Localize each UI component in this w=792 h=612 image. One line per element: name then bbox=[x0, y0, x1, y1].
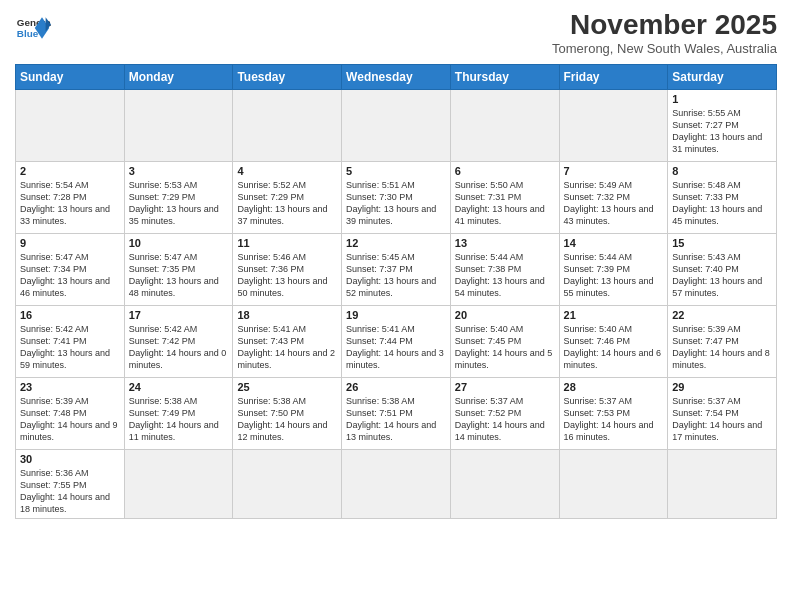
calendar-cell: 1Sunrise: 5:55 AM Sunset: 7:27 PM Daylig… bbox=[668, 89, 777, 161]
day-number: 19 bbox=[346, 309, 446, 321]
calendar-cell bbox=[16, 89, 125, 161]
day-number: 4 bbox=[237, 165, 337, 177]
weekday-header-saturday: Saturday bbox=[668, 64, 777, 89]
day-number: 29 bbox=[672, 381, 772, 393]
day-number: 2 bbox=[20, 165, 120, 177]
day-number: 15 bbox=[672, 237, 772, 249]
day-number: 12 bbox=[346, 237, 446, 249]
svg-text:Blue: Blue bbox=[17, 28, 39, 39]
day-number: 23 bbox=[20, 381, 120, 393]
weekday-header-wednesday: Wednesday bbox=[342, 64, 451, 89]
weekday-header-friday: Friday bbox=[559, 64, 668, 89]
weekday-header-tuesday: Tuesday bbox=[233, 64, 342, 89]
calendar-cell: 7Sunrise: 5:49 AM Sunset: 7:32 PM Daylig… bbox=[559, 161, 668, 233]
day-info: Sunrise: 5:41 AM Sunset: 7:43 PM Dayligh… bbox=[237, 323, 337, 372]
calendar-cell: 3Sunrise: 5:53 AM Sunset: 7:29 PM Daylig… bbox=[124, 161, 233, 233]
day-info: Sunrise: 5:43 AM Sunset: 7:40 PM Dayligh… bbox=[672, 251, 772, 300]
calendar-week-row: 23Sunrise: 5:39 AM Sunset: 7:48 PM Dayli… bbox=[16, 377, 777, 449]
calendar-cell: 23Sunrise: 5:39 AM Sunset: 7:48 PM Dayli… bbox=[16, 377, 125, 449]
calendar-cell: 18Sunrise: 5:41 AM Sunset: 7:43 PM Dayli… bbox=[233, 305, 342, 377]
calendar-cell: 12Sunrise: 5:45 AM Sunset: 7:37 PM Dayli… bbox=[342, 233, 451, 305]
calendar-cell bbox=[342, 89, 451, 161]
day-info: Sunrise: 5:47 AM Sunset: 7:34 PM Dayligh… bbox=[20, 251, 120, 300]
day-info: Sunrise: 5:46 AM Sunset: 7:36 PM Dayligh… bbox=[237, 251, 337, 300]
calendar-week-row: 9Sunrise: 5:47 AM Sunset: 7:34 PM Daylig… bbox=[16, 233, 777, 305]
calendar-cell bbox=[124, 89, 233, 161]
day-number: 8 bbox=[672, 165, 772, 177]
day-info: Sunrise: 5:44 AM Sunset: 7:39 PM Dayligh… bbox=[564, 251, 664, 300]
calendar-cell: 15Sunrise: 5:43 AM Sunset: 7:40 PM Dayli… bbox=[668, 233, 777, 305]
day-number: 17 bbox=[129, 309, 229, 321]
calendar-week-row: 2Sunrise: 5:54 AM Sunset: 7:28 PM Daylig… bbox=[16, 161, 777, 233]
day-number: 26 bbox=[346, 381, 446, 393]
day-info: Sunrise: 5:37 AM Sunset: 7:54 PM Dayligh… bbox=[672, 395, 772, 444]
calendar-cell: 30Sunrise: 5:36 AM Sunset: 7:55 PM Dayli… bbox=[16, 449, 125, 519]
month-title: November 2025 bbox=[552, 10, 777, 41]
calendar-week-row: 16Sunrise: 5:42 AM Sunset: 7:41 PM Dayli… bbox=[16, 305, 777, 377]
day-info: Sunrise: 5:40 AM Sunset: 7:46 PM Dayligh… bbox=[564, 323, 664, 372]
calendar-cell bbox=[233, 89, 342, 161]
day-number: 5 bbox=[346, 165, 446, 177]
day-info: Sunrise: 5:45 AM Sunset: 7:37 PM Dayligh… bbox=[346, 251, 446, 300]
calendar-cell: 25Sunrise: 5:38 AM Sunset: 7:50 PM Dayli… bbox=[233, 377, 342, 449]
calendar-cell: 14Sunrise: 5:44 AM Sunset: 7:39 PM Dayli… bbox=[559, 233, 668, 305]
day-number: 25 bbox=[237, 381, 337, 393]
day-info: Sunrise: 5:51 AM Sunset: 7:30 PM Dayligh… bbox=[346, 179, 446, 228]
calendar-cell: 4Sunrise: 5:52 AM Sunset: 7:29 PM Daylig… bbox=[233, 161, 342, 233]
logo-icon: General Blue bbox=[15, 10, 51, 46]
day-info: Sunrise: 5:53 AM Sunset: 7:29 PM Dayligh… bbox=[129, 179, 229, 228]
day-info: Sunrise: 5:52 AM Sunset: 7:29 PM Dayligh… bbox=[237, 179, 337, 228]
day-info: Sunrise: 5:39 AM Sunset: 7:48 PM Dayligh… bbox=[20, 395, 120, 444]
day-info: Sunrise: 5:38 AM Sunset: 7:49 PM Dayligh… bbox=[129, 395, 229, 444]
day-number: 28 bbox=[564, 381, 664, 393]
title-block: November 2025 Tomerong, New South Wales,… bbox=[552, 10, 777, 56]
calendar-cell: 22Sunrise: 5:39 AM Sunset: 7:47 PM Dayli… bbox=[668, 305, 777, 377]
calendar-cell: 9Sunrise: 5:47 AM Sunset: 7:34 PM Daylig… bbox=[16, 233, 125, 305]
day-info: Sunrise: 5:48 AM Sunset: 7:33 PM Dayligh… bbox=[672, 179, 772, 228]
day-info: Sunrise: 5:41 AM Sunset: 7:44 PM Dayligh… bbox=[346, 323, 446, 372]
day-number: 3 bbox=[129, 165, 229, 177]
day-number: 11 bbox=[237, 237, 337, 249]
day-number: 10 bbox=[129, 237, 229, 249]
calendar-cell: 10Sunrise: 5:47 AM Sunset: 7:35 PM Dayli… bbox=[124, 233, 233, 305]
calendar-cell: 13Sunrise: 5:44 AM Sunset: 7:38 PM Dayli… bbox=[450, 233, 559, 305]
day-info: Sunrise: 5:37 AM Sunset: 7:52 PM Dayligh… bbox=[455, 395, 555, 444]
logo: General Blue bbox=[15, 10, 51, 46]
day-number: 30 bbox=[20, 453, 120, 465]
calendar-cell bbox=[559, 89, 668, 161]
day-info: Sunrise: 5:50 AM Sunset: 7:31 PM Dayligh… bbox=[455, 179, 555, 228]
calendar-header-row: SundayMondayTuesdayWednesdayThursdayFrid… bbox=[16, 64, 777, 89]
day-number: 9 bbox=[20, 237, 120, 249]
calendar-cell: 5Sunrise: 5:51 AM Sunset: 7:30 PM Daylig… bbox=[342, 161, 451, 233]
calendar-cell: 28Sunrise: 5:37 AM Sunset: 7:53 PM Dayli… bbox=[559, 377, 668, 449]
weekday-header-sunday: Sunday bbox=[16, 64, 125, 89]
calendar: SundayMondayTuesdayWednesdayThursdayFrid… bbox=[15, 64, 777, 520]
subtitle: Tomerong, New South Wales, Australia bbox=[552, 41, 777, 56]
day-info: Sunrise: 5:55 AM Sunset: 7:27 PM Dayligh… bbox=[672, 107, 772, 156]
day-info: Sunrise: 5:44 AM Sunset: 7:38 PM Dayligh… bbox=[455, 251, 555, 300]
day-number: 20 bbox=[455, 309, 555, 321]
day-info: Sunrise: 5:49 AM Sunset: 7:32 PM Dayligh… bbox=[564, 179, 664, 228]
calendar-cell bbox=[668, 449, 777, 519]
day-info: Sunrise: 5:39 AM Sunset: 7:47 PM Dayligh… bbox=[672, 323, 772, 372]
calendar-cell bbox=[559, 449, 668, 519]
day-info: Sunrise: 5:38 AM Sunset: 7:50 PM Dayligh… bbox=[237, 395, 337, 444]
weekday-header-thursday: Thursday bbox=[450, 64, 559, 89]
day-number: 7 bbox=[564, 165, 664, 177]
calendar-cell: 21Sunrise: 5:40 AM Sunset: 7:46 PM Dayli… bbox=[559, 305, 668, 377]
day-number: 22 bbox=[672, 309, 772, 321]
calendar-cell: 8Sunrise: 5:48 AM Sunset: 7:33 PM Daylig… bbox=[668, 161, 777, 233]
day-number: 16 bbox=[20, 309, 120, 321]
calendar-cell: 16Sunrise: 5:42 AM Sunset: 7:41 PM Dayli… bbox=[16, 305, 125, 377]
day-info: Sunrise: 5:40 AM Sunset: 7:45 PM Dayligh… bbox=[455, 323, 555, 372]
day-number: 27 bbox=[455, 381, 555, 393]
calendar-cell: 27Sunrise: 5:37 AM Sunset: 7:52 PM Dayli… bbox=[450, 377, 559, 449]
calendar-cell: 6Sunrise: 5:50 AM Sunset: 7:31 PM Daylig… bbox=[450, 161, 559, 233]
weekday-header-monday: Monday bbox=[124, 64, 233, 89]
header: General Blue November 2025 Tomerong, New… bbox=[15, 10, 777, 56]
day-info: Sunrise: 5:54 AM Sunset: 7:28 PM Dayligh… bbox=[20, 179, 120, 228]
calendar-cell bbox=[450, 89, 559, 161]
calendar-cell: 26Sunrise: 5:38 AM Sunset: 7:51 PM Dayli… bbox=[342, 377, 451, 449]
calendar-cell: 29Sunrise: 5:37 AM Sunset: 7:54 PM Dayli… bbox=[668, 377, 777, 449]
day-number: 18 bbox=[237, 309, 337, 321]
